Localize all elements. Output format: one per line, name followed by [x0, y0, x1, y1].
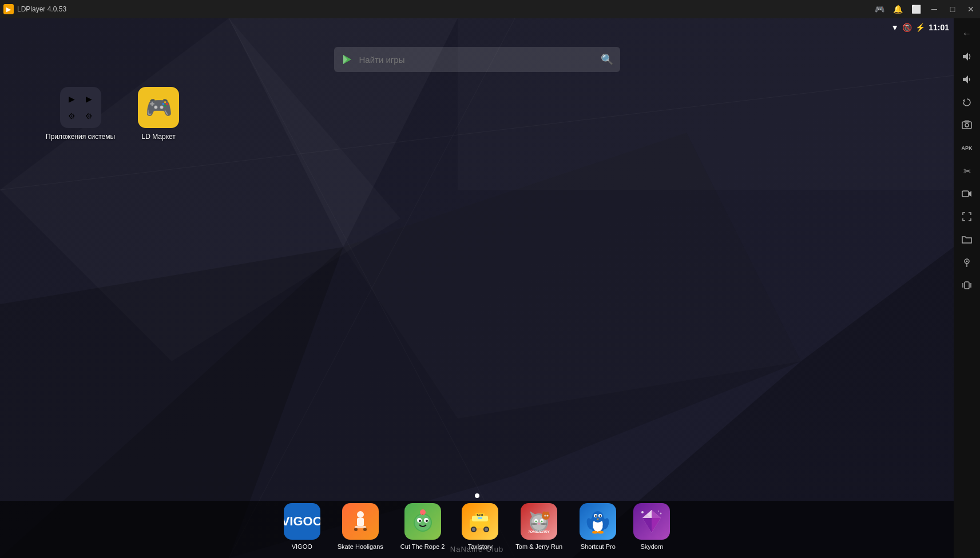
svg-point-43	[538, 523, 540, 525]
minimize-button[interactable]: ─	[925, 0, 943, 18]
svg-point-58	[592, 511, 604, 523]
shortcut-pro-icon	[580, 503, 616, 540]
vigoo-app[interactable]: VIGOO VIGOO	[284, 503, 320, 550]
back-button[interactable]: ←	[956, 23, 978, 45]
window-icon[interactable]: ⬜	[907, 0, 925, 18]
ld-market-thumbnail: 🎮	[138, 87, 179, 128]
watermark: NaName-Club	[450, 545, 503, 553]
search-input[interactable]	[359, 55, 595, 65]
battery-charging-icon: ⚡	[915, 23, 925, 32]
no-sim-icon: 📵	[902, 23, 912, 32]
svg-point-66	[592, 531, 598, 534]
svg-rect-87	[965, 282, 969, 289]
skate-hooligans-icon	[342, 503, 379, 540]
gamepad-icon[interactable]: 🎮	[870, 0, 888, 18]
svg-point-41	[535, 521, 537, 523]
desktop-icons-container: ▶ ▶ ⚙ ⚙ Приложения системы 🎮 LD Маркет	[46, 87, 179, 141]
scissors-button[interactable]: ✂	[956, 160, 978, 182]
volume-up-button[interactable]	[956, 46, 978, 67]
sys-app-4-icon: ⚙	[82, 109, 97, 123]
skate-hooligans-app[interactable]: Skate Hooligans	[338, 503, 383, 550]
taxistory-app[interactable]: TAXI Taxistory	[462, 503, 498, 550]
fullscreen-button[interactable]	[956, 206, 978, 228]
tom-jerry-label: Tom & Jerry Run	[515, 543, 562, 550]
svg-marker-72	[652, 518, 661, 533]
svg-point-31	[485, 528, 488, 531]
cut-the-rope-app[interactable]: Cut The Rope 2	[400, 503, 445, 550]
screenshot-button[interactable]	[956, 114, 978, 136]
svg-point-50	[546, 512, 549, 516]
svg-point-61	[595, 515, 597, 517]
svg-point-24	[420, 509, 426, 515]
cut-the-rope-icon	[404, 503, 441, 540]
android-topbar: ▼ 📵 ⚡ 11:01	[862, 18, 954, 37]
svg-rect-83	[962, 191, 969, 197]
wifi-icon: ▼	[891, 23, 899, 32]
close-button[interactable]: ✕	[962, 0, 980, 18]
svg-point-81	[965, 123, 969, 127]
record-button[interactable]	[956, 183, 978, 205]
svg-point-75	[660, 513, 662, 515]
shortcut-pro-app[interactable]: Shortcut Pro	[580, 503, 616, 550]
google-play-icon	[341, 53, 354, 66]
notification-icon[interactable]: 🔔	[888, 0, 907, 18]
skydom-app[interactable]: Skydom	[633, 503, 670, 550]
vigoo-icon: VIGOO	[284, 503, 320, 540]
sys-app-3-icon: ⚙	[65, 109, 80, 123]
search-bar[interactable]: 🔍	[334, 47, 620, 72]
vibrate-button[interactable]	[956, 274, 978, 296]
svg-point-23	[426, 520, 428, 522]
svg-point-13	[357, 511, 364, 518]
svg-rect-80	[962, 122, 971, 129]
svg-point-62	[600, 515, 601, 517]
vigoo-label: VIGOO	[292, 543, 312, 550]
svg-point-22	[419, 520, 421, 522]
search-icon[interactable]: 🔍	[601, 53, 613, 66]
vigoo-text: VIGOO	[284, 514, 320, 529]
volume-down-button[interactable]	[956, 69, 978, 90]
page-dot-1[interactable]	[475, 493, 479, 498]
svg-marker-78	[963, 75, 968, 83]
skydom-icon	[633, 503, 670, 540]
ld-market-gamepad-icon: 🎮	[145, 95, 172, 120]
svg-point-53	[545, 516, 546, 517]
system-apps-thumbnail: ▶ ▶ ⚙ ⚙	[60, 87, 101, 128]
svg-marker-70	[642, 518, 652, 533]
svg-point-42	[541, 521, 543, 523]
titlebar-title: LDPlayer 4.0.53	[17, 5, 66, 13]
svg-marker-2	[458, 18, 954, 190]
svg-text:TOM&JERRY: TOM&JERRY	[528, 530, 550, 533]
apk-button[interactable]: APK	[956, 137, 978, 159]
sys-app-1-icon: ▶	[65, 91, 80, 106]
maximize-button[interactable]: □	[943, 0, 962, 18]
svg-marker-79	[963, 99, 965, 102]
cut-the-rope-label: Cut The Rope 2	[400, 543, 445, 550]
emulator-screen: ▼ 📵 ⚡ 11:01 🔍 ▶ ▶ ⚙ ⚙ Прило	[0, 18, 954, 558]
clock-display: 11:01	[929, 23, 949, 32]
svg-point-19	[415, 515, 431, 531]
search-container: 🔍	[334, 47, 620, 72]
svg-point-86	[966, 261, 968, 262]
sys-app-2-icon: ▶	[82, 91, 97, 106]
folder-button[interactable]	[956, 229, 978, 250]
svg-point-76	[658, 511, 659, 512]
svg-marker-69	[652, 510, 661, 518]
rotate-button[interactable]	[956, 91, 978, 113]
system-apps-icon[interactable]: ▶ ▶ ⚙ ⚙ Приложения системы	[46, 87, 115, 141]
tom-jerry-app[interactable]: TOM&JERRY Tom & Jerry Run	[515, 503, 562, 550]
ld-market-icon[interactable]: 🎮 LD Маркет	[138, 87, 179, 141]
taxistory-icon: TAXI	[462, 503, 498, 540]
svg-point-16	[354, 528, 358, 531]
svg-rect-14	[357, 518, 364, 526]
ld-market-label: LD Маркет	[142, 133, 176, 141]
skate-hooligans-label: Skate Hooligans	[338, 543, 383, 550]
location-button[interactable]	[956, 252, 978, 273]
svg-point-74	[641, 511, 644, 513]
titlebar: ▶ LDPlayer 4.0.53 🎮 🔔 ⬜ ─ □ ✕	[0, 0, 980, 18]
svg-rect-32	[478, 517, 482, 519]
svg-text:TAXI: TAXI	[477, 513, 483, 517]
svg-point-49	[543, 512, 546, 516]
svg-point-17	[363, 528, 367, 531]
right-sidebar: ← APK ✂	[954, 18, 980, 558]
skydom-label: Skydom	[640, 543, 663, 550]
